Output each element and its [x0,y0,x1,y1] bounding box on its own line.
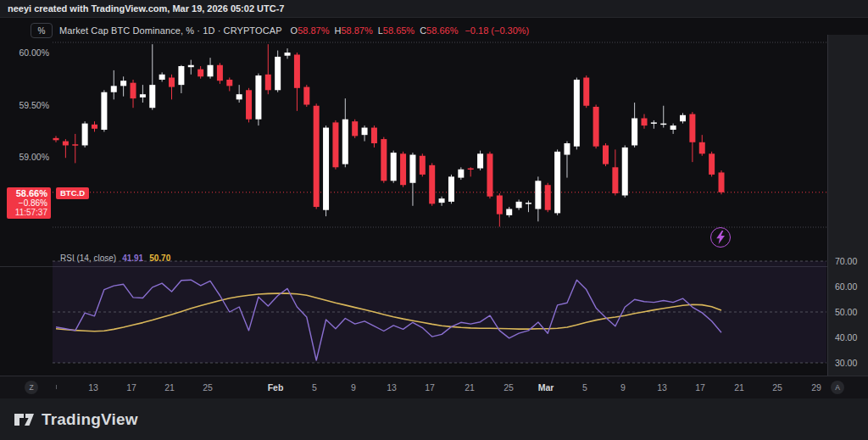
tradingview-wordmark[interactable]: TradingView [42,410,138,429]
rsi-axis-label: 40.00 [835,332,857,343]
time-axis-label: 17 [695,382,705,393]
last-price: 58.66% [8,188,47,198]
price-change: −0.86% [8,198,47,208]
time-axis-label: 29 [811,382,821,393]
time-axis[interactable]: Z 13172125Feb5913172125Mar591317212529 A [0,376,868,398]
ohlc-open: O58.87% [291,25,330,36]
pane-separator[interactable] [0,266,827,267]
ohlc-low: L58.65% [378,25,415,36]
attribution-text: neeyi created with TradingView.com, Mar … [8,3,284,14]
time-axis-label: 9 [620,382,626,393]
rsi-ma-value: 50.70 [149,253,170,263]
tradingview-chart-widget: neeyi created with TradingView.com, Mar … [0,0,868,440]
time-axis-label: Mar [538,382,554,393]
time-axis-label: 9 [351,382,356,393]
timezone-button[interactable]: Z [25,381,38,394]
time-axis-label: 25 [504,382,514,393]
time-axis-label: 17 [126,382,136,393]
price-axis-label: 60.00% [0,47,49,58]
symbol-title[interactable]: Market Cap BTC Dominance, % · 1D · CRYPT… [59,25,282,36]
time-axis-label: 5 [312,382,317,393]
ohlc-close: C58.66% [420,25,458,36]
time-axis-label: 21 [164,382,175,393]
ohlc-high: H58.87% [334,25,372,36]
rsi-indicator-legend[interactable]: RSI (14, close) 41.91 50.70 [60,253,170,263]
symbol-legend: % Market Cap BTC Dominance, % · 1D · CRY… [31,23,529,38]
time-axis-label: 13 [88,382,98,393]
flash-boost-button[interactable] [710,227,731,248]
price-axis-label: 59.00% [0,152,49,162]
rsi-title: RSI (14, close) [60,253,116,263]
symbol-price-flag: BTC.D [56,187,89,199]
footer-bar: TradingView [0,398,868,440]
tradingview-logo-icon[interactable] [13,408,36,431]
time-axis-label: 13 [657,382,667,393]
time-axis-label: 21 [734,382,744,393]
rsi-axis-label: 30.00 [835,358,857,368]
rsi-value: 41.91 [122,253,143,263]
last-price-badge: 58.66% −0.86% 11:57:37 [7,187,51,219]
change-value: −0.18 (−0.30%) [465,25,529,36]
auto-scale-button[interactable]: A [831,381,844,394]
percent-scale-button[interactable]: % [31,23,53,38]
time-axis-label: 13 [387,382,397,393]
time-axis-label: 5 [582,382,587,393]
percent-scale-label: % [38,26,46,36]
rsi-axis-label: 70.00 [835,256,857,266]
rsi-axis-label: 50.00 [835,307,857,317]
time-axis-label: 25 [203,382,213,393]
price-axis-label: 59.50% [0,100,49,110]
time-axis-label: 21 [465,382,475,393]
lightning-icon [715,231,726,244]
bar-countdown: 11:57:37 [8,208,47,217]
time-axis-label: 17 [425,382,435,393]
time-axis-label: Feb [268,382,284,393]
attribution-bar: neeyi created with TradingView.com, Mar … [0,0,868,17]
chart-area[interactable] [0,17,868,376]
time-axis-label: 25 [772,382,782,393]
rsi-axis-label: 60.00 [835,281,857,292]
axis-minor-tick [56,385,57,389]
